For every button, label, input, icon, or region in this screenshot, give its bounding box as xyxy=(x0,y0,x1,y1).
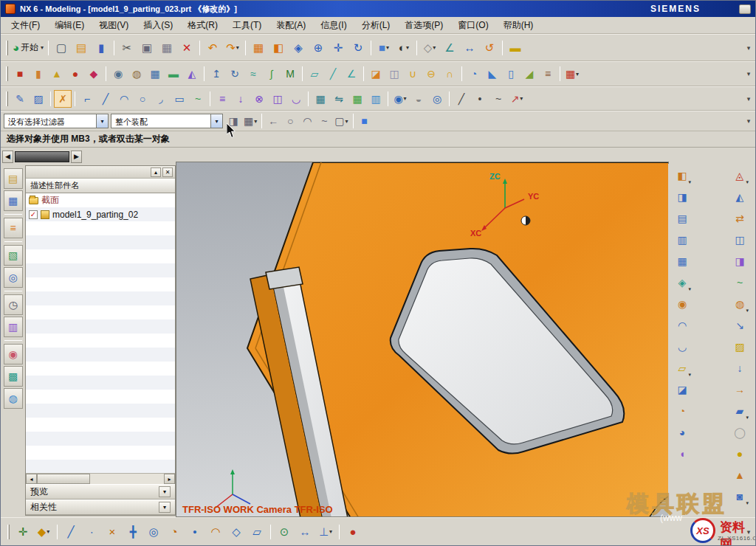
selection-scope-dropdown[interactable]: ▾ xyxy=(210,114,222,128)
enable-snap-point[interactable]: ◆▾ xyxy=(34,522,53,542)
menu-help[interactable]: 帮助(H) xyxy=(496,17,541,34)
menu-insert[interactable]: 插入(S) xyxy=(136,17,180,34)
hd3d-tools[interactable]: ◎ xyxy=(4,267,23,288)
3d-model-canvas[interactable] xyxy=(176,162,669,517)
window-control-button[interactable] xyxy=(739,4,751,14)
shaded-cube-toggle[interactable]: ■ xyxy=(357,113,373,129)
point-on-surface-snap[interactable]: ◇ xyxy=(227,522,246,542)
point-constructor[interactable]: ✛ xyxy=(13,522,32,542)
intersect-boolean[interactable]: ∩ xyxy=(441,65,458,83)
toolbar-overflow-chevron[interactable]: ▾ xyxy=(744,95,753,103)
menu-file[interactable]: 文件(F) xyxy=(4,17,47,34)
boss-feature[interactable]: ◍ xyxy=(128,65,145,83)
rendering-style-button[interactable]: ◐▾ xyxy=(394,38,413,58)
previous-selection[interactable]: ← xyxy=(265,113,281,129)
selection-filter-combo[interactable]: 没有选择过滤器 ▾ xyxy=(4,114,109,128)
measure-distance[interactable]: ↔ xyxy=(295,522,315,542)
menu-format[interactable]: 格式(R) xyxy=(180,17,225,34)
spreadsheet[interactable]: ▥ xyxy=(367,90,385,108)
system-materials[interactable]: ▥ xyxy=(4,317,23,337)
emboss-feature[interactable]: ◭ xyxy=(183,65,201,83)
show-hide-dropdown[interactable]: ▾ xyxy=(404,95,407,102)
intersection-snap[interactable]: ╋ xyxy=(123,522,142,542)
point-tool[interactable]: • xyxy=(471,90,489,108)
new-file-button[interactable]: ▢ xyxy=(52,38,71,58)
redo-button-dropdown[interactable]: ▾ xyxy=(236,44,239,51)
rendering-style-button-dropdown[interactable]: ▾ xyxy=(406,44,409,51)
intersection-curve[interactable]: ⊗ xyxy=(250,90,268,108)
sweep-feature[interactable]: ≈ xyxy=(244,65,262,83)
save-button[interactable]: ▮ xyxy=(92,38,111,58)
move-object-button[interactable]: ↔ xyxy=(460,38,479,58)
knife-tool[interactable]: ✗ xyxy=(54,90,72,108)
part-checkbox[interactable]: ✓ xyxy=(29,210,38,219)
rotate-object-button[interactable]: ↺ xyxy=(480,38,499,58)
chevron-down-icon[interactable]: ▾ xyxy=(159,502,171,513)
toolbar-grip[interactable] xyxy=(6,41,8,55)
pan-button[interactable]: ✛ xyxy=(329,38,348,58)
rectangle-select-dropdown[interactable]: ▾ xyxy=(345,118,348,125)
menu-preferences[interactable]: 首选项(P) xyxy=(397,17,450,34)
title-bar[interactable]: NX 6 - Modeling - [model1_9_parting_023.… xyxy=(1,1,755,17)
trimmed-sheet[interactable]: ◪ xyxy=(673,380,692,399)
cylinder-feature[interactable]: ▮ xyxy=(30,65,47,83)
show-hide[interactable]: ◉▾ xyxy=(391,90,409,108)
soft-blend[interactable]: ◕ xyxy=(673,423,692,442)
select-freehand[interactable]: ~ xyxy=(316,113,332,129)
paste-button[interactable]: ▦ xyxy=(157,38,176,58)
history-palette[interactable]: ◷ xyxy=(4,294,23,315)
block-feature[interactable]: ■ xyxy=(11,65,29,83)
preview-section-header[interactable]: 预览 ▾ xyxy=(26,484,175,500)
mirror-curve[interactable]: ⇋ xyxy=(330,90,348,108)
menu-assemblies[interactable]: 装配(A) xyxy=(269,17,313,34)
four-point-surface-dropdown[interactable]: ▾ xyxy=(688,179,691,185)
refit-face[interactable]: ▨ xyxy=(730,337,749,356)
section-curve[interactable]: ◫ xyxy=(269,90,286,108)
tree-row-sections[interactable]: 截面 xyxy=(26,193,175,207)
delete-button[interactable]: ✕ xyxy=(177,38,196,58)
part-navigator[interactable]: ≡ xyxy=(4,218,23,238)
graphics-viewport[interactable]: ZC YC XC TFR-ISO WORK Camera TFR-ISO xyxy=(176,162,669,517)
snap-preferences[interactable]: ⊙ xyxy=(275,522,294,542)
bridge-surface[interactable]: ◡ xyxy=(673,337,692,356)
control-point-snap[interactable]: × xyxy=(103,522,122,542)
edge-blend[interactable]: ◔ xyxy=(465,65,483,83)
enable-snap-point-dropdown[interactable]: ▾ xyxy=(47,528,49,535)
n-sided-surface[interactable]: ◉ xyxy=(673,294,692,314)
through-curves[interactable]: ▥ xyxy=(673,230,692,249)
menu-tools[interactable]: 工具(T) xyxy=(225,17,269,34)
swept-surface[interactable]: ◨ xyxy=(673,187,692,207)
fillet-curve[interactable]: ◞ xyxy=(152,90,170,108)
arc-curve[interactable]: ◠ xyxy=(115,90,133,108)
datum-csys[interactable]: ∠ xyxy=(343,65,360,83)
collapsed-panel-tab[interactable] xyxy=(15,151,69,162)
open-file-button[interactable]: ▤ xyxy=(72,38,91,58)
bridge-curve[interactable]: ◡ xyxy=(287,90,305,108)
copy-button[interactable]: ▣ xyxy=(137,38,157,58)
existing-point-snap[interactable]: • xyxy=(185,522,205,542)
measure-button[interactable]: ▬ xyxy=(506,38,525,58)
toolbar-grip[interactable] xyxy=(6,91,8,106)
spline-tool[interactable]: ~ xyxy=(489,90,507,108)
start-button[interactable]: ◕开始▾ xyxy=(11,38,45,58)
boolean-tool-dropdown[interactable]: ▾ xyxy=(746,500,749,506)
palettes[interactable]: ▩ xyxy=(4,366,23,387)
roles-palette[interactable]: ◉ xyxy=(4,344,23,364)
studio-surface[interactable]: ◈▾ xyxy=(673,273,692,292)
subtract-boolean[interactable]: ⊖ xyxy=(422,65,440,83)
hole-feature[interactable]: ◉ xyxy=(109,65,127,83)
orient-view-button-dropdown[interactable]: ▾ xyxy=(433,44,436,51)
toolbar-overflow-chevron[interactable]: ▾ xyxy=(744,44,753,52)
datum-axis[interactable]: ╱ xyxy=(324,65,342,83)
datum-plane[interactable]: ▱ xyxy=(306,65,323,83)
mid-point-snap[interactable]: ∙ xyxy=(82,522,101,542)
chamfer[interactable]: ◣ xyxy=(484,65,501,83)
studio-surface-dropdown[interactable]: ▾ xyxy=(688,286,691,292)
navigator-column-header[interactable]: 描述性部件名 xyxy=(26,179,175,193)
project-face[interactable]: ↓ xyxy=(730,359,749,378)
toolbar-overflow-chevron[interactable]: ▾ xyxy=(744,117,753,125)
menu-window[interactable]: 窗口(O) xyxy=(450,17,495,34)
panel-forward-button[interactable]: ▶ xyxy=(71,151,82,163)
i-form[interactable]: ◭ xyxy=(730,187,749,207)
trim-body[interactable]: ◪ xyxy=(367,65,385,83)
